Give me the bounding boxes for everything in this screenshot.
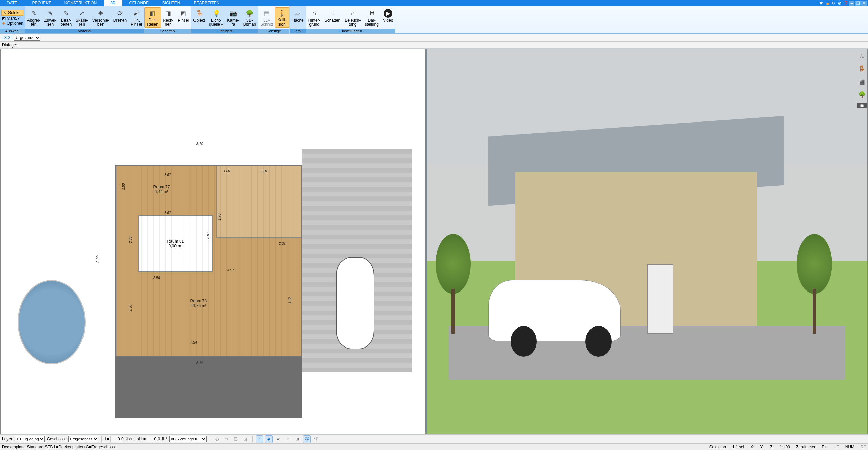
- dim-2-80: 2.80: [129, 237, 133, 243]
- kollision-button[interactable]: 🚶Kolli- sion: [275, 7, 289, 28]
- abgreifen-button[interactable]: ✎Abgrei- fen: [25, 7, 42, 28]
- chair-icon: 🪑: [195, 9, 204, 18]
- shadow-icon: ⌂: [328, 9, 337, 18]
- phi-input[interactable]: [147, 436, 160, 442]
- status-ein: Ein: [821, 445, 827, 449]
- close-button[interactable]: ✕: [861, 1, 867, 6]
- spinner-icon[interactable]: ⇅: [161, 437, 165, 442]
- cube-brush-icon: ◩: [179, 9, 188, 18]
- floorplan-pane[interactable]: 8.10 9.00 Raum 810,00 m² 3.67 Raum 776,4…: [0, 49, 426, 434]
- video-button[interactable]: ▶Video: [381, 7, 395, 28]
- dim-2-02: 2.02: [279, 242, 285, 245]
- window-icon-tray: ✖ ▣ ↻ ⚙ ❓ ━ ❐ ✕: [818, 0, 868, 6]
- selekt-button[interactable]: ↖ Selekt: [1, 10, 23, 16]
- group-label-sonstige: Sonstige: [258, 29, 289, 33]
- dim-3-30: 3.30: [129, 305, 133, 311]
- tab-sichten[interactable]: SICHTEN: [155, 0, 187, 6]
- status-rf: RF: [861, 445, 866, 449]
- tab-projekt[interactable]: PROJEKT: [25, 0, 57, 6]
- mark-label: Mark.: [7, 16, 17, 21]
- hintergrund-button[interactable]: ⌂Hinter- grund: [306, 7, 322, 28]
- ribbon-group-info: ▱Fläche Info: [290, 6, 306, 33]
- beleuchtung-button[interactable]: ⌂Beleuch- tung: [343, 7, 363, 28]
- verschieben-button[interactable]: ✥Verschie- ben: [90, 7, 111, 28]
- drawer-handle-icon[interactable]: ≡: [857, 103, 867, 108]
- skalieren-button[interactable]: ⤢Skalie- ren: [74, 7, 90, 28]
- mark-button[interactable]: ◩ Mark. ▾: [1, 16, 23, 21]
- dl-select[interactable]: dl (Richtung/Di: [169, 436, 207, 442]
- furniture-icon[interactable]: 🪑: [857, 64, 867, 74]
- tools-icon[interactable]: ✖: [818, 1, 824, 6]
- geschoss-select[interactable]: Erdgeschoss: [68, 436, 98, 442]
- gift-icon[interactable]: ▣: [825, 1, 830, 6]
- door-3d: [647, 264, 673, 334]
- help-icon[interactable]: ❓: [843, 1, 848, 6]
- tab-konstruktion[interactable]: KONSTRUKTION: [58, 0, 104, 6]
- darstellen-button[interactable]: ◧Dar- stellen: [144, 7, 161, 28]
- 3d-view-pane[interactable]: ≋ 🪑 ▦ 🌳 ≡: [426, 49, 868, 434]
- pinsel-button[interactable]: ◩Pinsel: [176, 7, 191, 28]
- bulb-icon: 💡: [212, 9, 221, 18]
- grid-icon[interactable]: ⊞: [294, 435, 301, 443]
- minimize-button[interactable]: ━: [849, 1, 854, 6]
- rotate-icon: ⟳: [116, 9, 125, 18]
- north-icon[interactable]: Ⓝ: [303, 435, 311, 443]
- cube2-icon[interactable]: ◲: [242, 435, 249, 443]
- palette-icon[interactable]: ▦: [857, 77, 867, 87]
- dim-outer-height: 9.00: [96, 255, 100, 262]
- rechnen-button[interactable]: ◨Rech- nen: [161, 7, 176, 28]
- optionen-button[interactable]: ✚ Optionen: [1, 21, 23, 26]
- tab-bearbeiten[interactable]: BEARBEITEN: [187, 0, 226, 6]
- person-icon: 🚶: [278, 9, 287, 18]
- 3dschnitt-button[interactable]: ▤3D- Schnitt: [258, 7, 275, 28]
- clock-icon[interactable]: ◴: [213, 435, 221, 443]
- darstellung-button[interactable]: 🖥Dar- stellung: [363, 7, 381, 28]
- car-top-view: [336, 257, 374, 349]
- bearbeiten-button[interactable]: ✎Bear- beiten: [58, 7, 74, 28]
- assign-icon: ✎: [46, 9, 55, 18]
- refresh-icon[interactable]: ↻: [831, 1, 836, 6]
- lichtquelle-button[interactable]: 💡Licht- quelle ▾: [207, 7, 225, 28]
- 3dbitmap-button[interactable]: 🌳3D- Bitmap: [241, 7, 258, 28]
- tree-icon: 🌳: [245, 9, 254, 18]
- schatten-settings-button[interactable]: ⌂Schatten: [322, 7, 343, 28]
- eyedropper-icon: ✎: [29, 9, 38, 18]
- group-label-schatten: Schatten: [144, 29, 191, 33]
- surface-icon[interactable]: ▰: [275, 435, 282, 443]
- drehen-button[interactable]: ⟳Drehen: [111, 7, 129, 28]
- settings-icon[interactable]: ⚙: [837, 1, 842, 6]
- stack-icon[interactable]: ❏: [232, 435, 240, 443]
- spinner-icon[interactable]: ⇅: [125, 437, 128, 442]
- hinpinsel-button[interactable]: 🖌Hin. Pinsel: [129, 7, 144, 28]
- flaeche-button[interactable]: ▱Fläche: [290, 7, 306, 28]
- brush-icon: 🖌: [132, 9, 141, 18]
- ribbon-group-auswahl: ↖ Selekt ◩ Mark. ▾ ✚ Optionen Auswahl: [0, 6, 25, 33]
- plane-icon[interactable]: ▱: [284, 435, 292, 443]
- terrace: [115, 357, 302, 418]
- room-78-label: Raum 7826,75 m²: [190, 299, 207, 308]
- zuweisen-button[interactable]: ✎Zuwei- sen: [42, 7, 58, 28]
- tab-datei[interactable]: DATEI: [0, 0, 25, 6]
- plant-icon[interactable]: 🌳: [857, 90, 867, 99]
- restore-button[interactable]: ❐: [855, 1, 861, 6]
- urgelaende-select[interactable]: Urgelände: [14, 35, 40, 41]
- angle-snap-icon[interactable]: ⟀: [256, 435, 263, 443]
- objekt-button[interactable]: 🪑Objekt: [191, 7, 207, 28]
- info-icon[interactable]: ⓘ: [313, 435, 320, 443]
- group-label-info: Info: [290, 29, 306, 33]
- status-left: Deckenplatte Standard-STB L=Deckenplatte…: [2, 445, 115, 449]
- cube-shadow-icon: ◧: [148, 9, 157, 18]
- tab-gelaende[interactable]: GELÄNDE: [122, 0, 155, 6]
- chevron-down-icon: ▾: [18, 16, 20, 21]
- selekt-label: Selekt: [8, 10, 19, 15]
- cube-calc-icon: ◨: [164, 9, 173, 18]
- kamera-button[interactable]: 📷Kame- ra: [225, 7, 241, 28]
- l-input[interactable]: [110, 436, 124, 442]
- dialoge-label: Dialoge:: [2, 43, 17, 48]
- layers-icon[interactable]: ≋: [857, 51, 867, 61]
- edit-icon: ✎: [62, 9, 71, 18]
- layers-toggle-icon[interactable]: ◈: [265, 435, 273, 443]
- layer-select[interactable]: 01_ug.eg.og: [16, 436, 45, 442]
- rect-icon[interactable]: ▭: [223, 435, 230, 443]
- tab-3d[interactable]: 3D: [104, 0, 122, 6]
